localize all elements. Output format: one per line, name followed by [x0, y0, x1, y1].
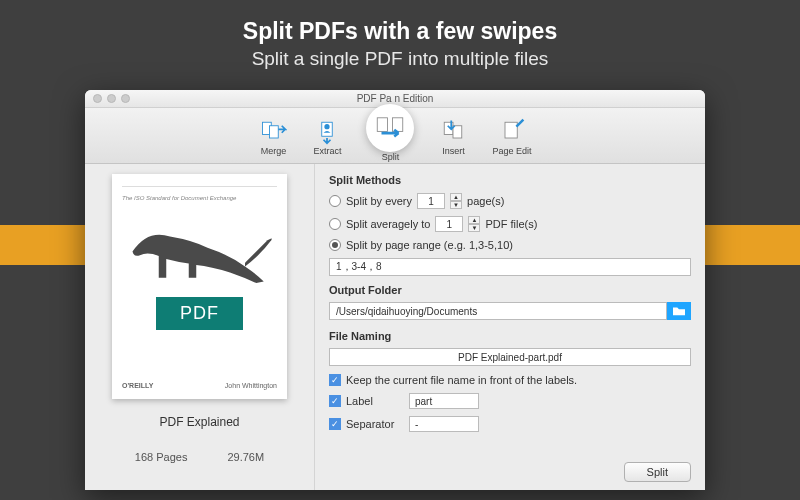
label-option[interactable]: Label part: [329, 393, 691, 409]
split-label: Split: [382, 152, 400, 162]
promo-band-right: [705, 225, 800, 265]
window-title: PDF Pa n Edition: [85, 93, 705, 104]
extract-button[interactable]: Extract: [312, 116, 342, 156]
file-stats: 168 Pages 29.76M: [135, 451, 264, 463]
split-every-post: page(s): [467, 195, 504, 207]
naming-preview[interactable]: PDF Explained-part.pdf: [329, 348, 691, 366]
split-every-option[interactable]: Split by every 1 ▲▼ page(s): [329, 193, 691, 209]
separator-option[interactable]: Separator -: [329, 416, 691, 432]
thumb-topbar: [122, 184, 277, 187]
svg-rect-4: [378, 117, 388, 131]
toolbar: Merge Extract Split Insert Page Edit: [85, 108, 705, 164]
pdf-badge: PDF: [156, 297, 243, 330]
file-name: PDF Explained: [159, 415, 239, 429]
insert-label: Insert: [442, 146, 465, 156]
output-path-row: /Users/qidaihuoying/Documents: [329, 302, 691, 320]
every-stepper[interactable]: ▲▼: [450, 193, 462, 209]
content-area: The ISO Standard for Document Exchange P…: [85, 164, 705, 490]
cover-illustration: [122, 211, 277, 291]
file-naming-header: File Naming: [329, 330, 691, 342]
preview-panel: The ISO Standard for Document Exchange P…: [85, 164, 315, 490]
page-edit-button[interactable]: Page Edit: [492, 116, 531, 156]
split-range-label: Split by page range (e.g. 1,3-5,10): [346, 239, 513, 251]
label-input[interactable]: part: [409, 393, 479, 409]
extract-icon: [312, 116, 342, 146]
promo-headline: Split PDFs with a few swipes Split a sin…: [0, 18, 800, 70]
output-folder-header: Output Folder: [329, 284, 691, 296]
folder-icon: [672, 305, 686, 317]
radio-average[interactable]: [329, 218, 341, 230]
merge-button[interactable]: Merge: [258, 116, 288, 156]
svg-rect-5: [393, 117, 403, 131]
range-input[interactable]: 1，3-4，8: [329, 258, 691, 276]
keep-name-option[interactable]: Keep the current file name in front of t…: [329, 374, 691, 386]
promo-band-left: [0, 225, 85, 265]
promo-title: Split PDFs with a few swipes: [0, 18, 800, 45]
merge-icon: [258, 116, 288, 146]
svg-rect-1: [270, 125, 279, 137]
label-checkbox[interactable]: [329, 395, 341, 407]
thumb-subtitle: The ISO Standard for Document Exchange: [122, 195, 277, 201]
split-action-button[interactable]: Split: [624, 462, 691, 482]
avg-value-input[interactable]: 1: [435, 216, 463, 232]
page-count: 168 Pages: [135, 451, 188, 463]
page-edit-label: Page Edit: [492, 146, 531, 156]
split-range-option[interactable]: Split by page range (e.g. 1,3-5,10): [329, 239, 691, 251]
svg-point-3: [325, 124, 330, 129]
pdf-thumbnail[interactable]: The ISO Standard for Document Exchange P…: [112, 174, 287, 399]
insert-button[interactable]: Insert: [438, 116, 468, 156]
options-panel: Split Methods Split by every 1 ▲▼ page(s…: [315, 164, 705, 490]
publisher-label: O'REILLY: [122, 382, 153, 389]
label-text: Label: [346, 395, 404, 407]
output-path-input[interactable]: /Users/qidaihuoying/Documents: [329, 302, 667, 320]
svg-rect-7: [453, 125, 462, 137]
keep-name-label: Keep the current file name in front of t…: [346, 374, 577, 386]
extract-label: Extract: [313, 146, 341, 156]
separator-input[interactable]: -: [409, 416, 479, 432]
merge-label: Merge: [261, 146, 287, 156]
radio-range[interactable]: [329, 239, 341, 251]
split-every-pre: Split by every: [346, 195, 412, 207]
avg-stepper[interactable]: ▲▼: [468, 216, 480, 232]
split-average-option[interactable]: Split averagely to 1 ▲▼ PDF file(s): [329, 216, 691, 232]
radio-every[interactable]: [329, 195, 341, 207]
split-button[interactable]: Split: [366, 110, 414, 162]
thumb-footer: O'REILLY John Whittington: [122, 382, 277, 389]
separator-checkbox[interactable]: [329, 418, 341, 430]
every-value-input[interactable]: 1: [417, 193, 445, 209]
insert-icon: [438, 116, 468, 146]
browse-folder-button[interactable]: [667, 302, 691, 320]
split-methods-header: Split Methods: [329, 174, 691, 186]
promo-subtitle: Split a single PDF into multiple files: [0, 48, 800, 70]
svg-rect-8: [505, 122, 517, 138]
keep-name-checkbox[interactable]: [329, 374, 341, 386]
split-avg-post: PDF file(s): [485, 218, 537, 230]
author-label: John Whittington: [225, 382, 277, 389]
file-size: 29.76M: [227, 451, 264, 463]
page-edit-icon: [497, 116, 527, 146]
separator-text: Separator: [346, 418, 404, 430]
split-avg-pre: Split averagely to: [346, 218, 430, 230]
app-window: PDF Pa n Edition Merge Extract Split: [85, 90, 705, 490]
split-icon: [366, 104, 414, 152]
